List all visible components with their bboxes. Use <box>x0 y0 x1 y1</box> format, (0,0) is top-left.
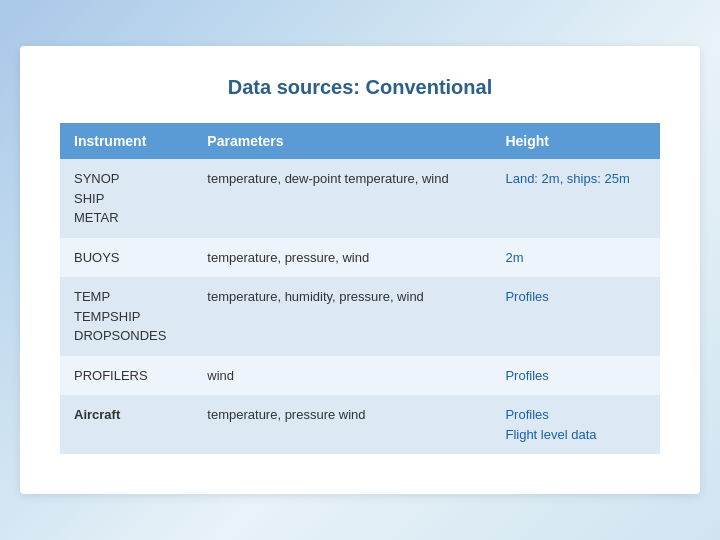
cell-parameters: temperature, pressure wind <box>193 395 491 454</box>
cell-height: Profiles <box>491 277 660 356</box>
table-header-row: Instrument Parameters Height <box>60 123 660 159</box>
cell-instrument: BUOYS <box>60 238 193 278</box>
cell-instrument: PROFILERS <box>60 356 193 396</box>
cell-parameters: temperature, dew-point temperature, wind <box>193 159 491 238</box>
table-row: TEMP TEMPSHIP DROPSONDEStemperature, hum… <box>60 277 660 356</box>
col-header-parameters: Parameters <box>193 123 491 159</box>
table-row: PROFILERSwindProfiles <box>60 356 660 396</box>
cell-parameters: wind <box>193 356 491 396</box>
table-row: SYNOP SHIP METARtemperature, dew-point t… <box>60 159 660 238</box>
table-row: BUOYStemperature, pressure, wind2m <box>60 238 660 278</box>
col-header-instrument: Instrument <box>60 123 193 159</box>
slide-container: Data sources: Conventional Instrument Pa… <box>20 46 700 494</box>
cell-height: Profiles <box>491 356 660 396</box>
page-title: Data sources: Conventional <box>60 76 660 99</box>
cell-instrument: TEMP TEMPSHIP DROPSONDES <box>60 277 193 356</box>
col-header-height: Height <box>491 123 660 159</box>
table-row: Aircrafttemperature, pressure windProfil… <box>60 395 660 454</box>
cell-parameters: temperature, humidity, pressure, wind <box>193 277 491 356</box>
cell-instrument: Aircraft <box>60 395 193 454</box>
cell-instrument: SYNOP SHIP METAR <box>60 159 193 238</box>
cell-height: 2m <box>491 238 660 278</box>
cell-height: Land: 2m, ships: 25m <box>491 159 660 238</box>
data-table: Instrument Parameters Height SYNOP SHIP … <box>60 123 660 454</box>
cell-parameters: temperature, pressure, wind <box>193 238 491 278</box>
cell-height: Profiles Flight level data <box>491 395 660 454</box>
